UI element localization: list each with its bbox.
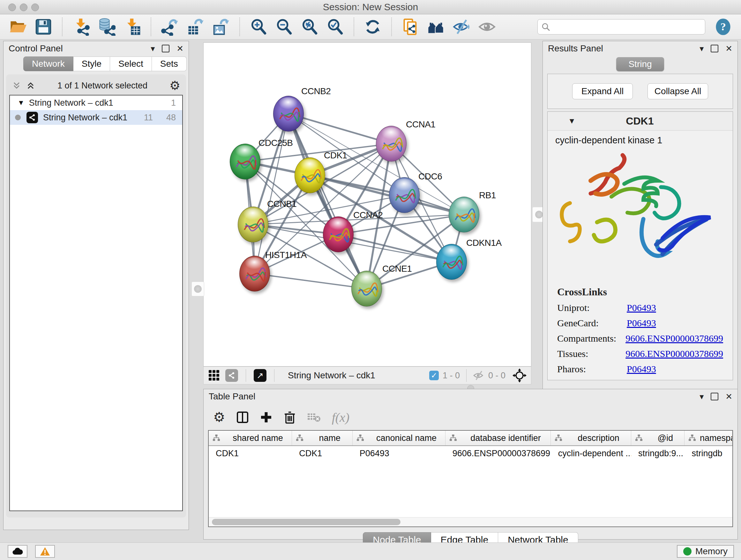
table-cell[interactable]: stringdb:9... xyxy=(631,449,685,458)
open-session-icon[interactable] xyxy=(9,18,27,36)
left-splitter-handle[interactable] xyxy=(192,282,204,296)
network-canvas[interactable]: CCNB2CCNA1CDC25BCDK1CDC6RB1CCNB1CCNA2HIS… xyxy=(203,43,531,367)
zoom-fit-icon[interactable] xyxy=(300,18,319,36)
save-session-icon[interactable] xyxy=(35,18,52,36)
hidden-eye-icon[interactable] xyxy=(473,371,484,380)
network-node-CCNA2[interactable] xyxy=(323,216,354,252)
control-panel-close-icon[interactable]: ✕ xyxy=(177,44,184,54)
protein-thumbnail xyxy=(323,217,354,252)
tab-string[interactable]: String xyxy=(616,57,664,71)
uniprot-link[interactable]: P06493 xyxy=(627,302,656,313)
cloud-status-button[interactable] xyxy=(8,545,27,558)
column-header-namespace[interactable]: namespace xyxy=(684,431,732,445)
birdseye-grid-icon[interactable] xyxy=(208,369,220,381)
memory-button[interactable]: Memory xyxy=(677,545,734,558)
memory-label: Memory xyxy=(695,546,728,557)
network-node-CCNA1[interactable] xyxy=(376,126,407,162)
zoom-selected-icon[interactable] xyxy=(326,18,344,36)
import-table-icon[interactable] xyxy=(123,18,141,36)
collection-name: String Network – cdk1 xyxy=(29,98,113,108)
column-header-description[interactable]: description xyxy=(551,431,631,445)
import-network-icon[interactable] xyxy=(72,18,90,36)
tab-select[interactable]: Select xyxy=(110,57,152,71)
tissues-link[interactable]: 9606.ENSP00000378699 xyxy=(625,348,723,359)
tab-sets[interactable]: Sets xyxy=(152,57,187,71)
results-panel-close-icon[interactable]: ✕ xyxy=(725,44,732,54)
network-options-gear-icon[interactable]: ⚙ xyxy=(170,79,180,91)
export-network-icon[interactable] xyxy=(161,18,179,36)
table-options-gear-icon[interactable]: ⚙ xyxy=(213,411,225,424)
help-button[interactable]: ? xyxy=(714,18,732,36)
column-header-canonical-name[interactable]: canonical name xyxy=(353,431,446,445)
import-database-icon[interactable] xyxy=(98,18,116,36)
tab-network[interactable]: Network xyxy=(23,57,73,71)
expand-all-button[interactable]: Expand All xyxy=(572,83,633,99)
export-image-icon[interactable] xyxy=(212,18,230,36)
expand-all-icon[interactable] xyxy=(26,81,36,90)
collection-expand-icon[interactable]: ▼ xyxy=(17,99,24,107)
compartments-link[interactable]: 9606.ENSP00000378699 xyxy=(625,333,723,344)
show-columns-icon[interactable] xyxy=(236,411,249,424)
network-node-HIST1H1A[interactable] xyxy=(239,256,270,292)
home-icon[interactable] xyxy=(427,18,445,36)
protein-section-header[interactable]: ▼ CDK1 xyxy=(548,112,733,131)
table-cell[interactable]: cyclin-dependent ... xyxy=(551,449,631,458)
scrollbar-thumb[interactable] xyxy=(212,519,401,525)
network-node-CDKN1A[interactable] xyxy=(436,244,467,280)
control-panel-menu-icon[interactable]: ▾ xyxy=(151,44,155,54)
clone-network-icon[interactable] xyxy=(401,18,419,36)
results-panel-menu-icon[interactable]: ▾ xyxy=(699,44,704,54)
protein-structure-image xyxy=(551,149,730,276)
column-header-shared-name[interactable]: shared name xyxy=(209,431,292,445)
eye-icon[interactable] xyxy=(478,18,496,36)
column-header-name[interactable]: name xyxy=(292,431,352,445)
network-node-CDK1[interactable] xyxy=(294,158,325,193)
table-cell[interactable]: P06493 xyxy=(353,449,446,458)
column-header-database-identifier[interactable]: database identifier xyxy=(446,431,551,445)
network-row[interactable]: String Network – cdk1 11 48 xyxy=(10,110,182,125)
warning-status-button[interactable] xyxy=(35,545,55,558)
open-view-icon[interactable]: ↗ xyxy=(254,369,266,382)
network-node-CDC6[interactable] xyxy=(389,177,420,213)
tab-style[interactable]: Style xyxy=(73,57,110,71)
table-panel-float-icon[interactable] xyxy=(711,393,718,400)
node-label-CDKN1A: CDKN1A xyxy=(466,238,502,248)
table-horizontal-scrollbar[interactable] xyxy=(209,517,732,526)
collapse-all-button[interactable]: Collapse All xyxy=(648,83,708,99)
add-column-icon[interactable] xyxy=(260,411,273,424)
column-header--id[interactable]: @id xyxy=(631,431,684,445)
show-hide-icon[interactable] xyxy=(453,18,470,36)
pharos-link[interactable]: P06493 xyxy=(627,364,656,374)
delete-column-icon[interactable] xyxy=(283,411,296,424)
protein-collapse-icon[interactable]: ▼ xyxy=(568,117,576,125)
network-node-CDC25B[interactable] xyxy=(230,144,260,179)
table-cell[interactable]: 9606.ENSP00000378699 xyxy=(446,449,551,458)
network-node-RB1[interactable] xyxy=(449,197,479,233)
zoom-in-icon[interactable] xyxy=(250,18,267,36)
table-panel-close-icon[interactable]: ✕ xyxy=(725,392,732,401)
hidden-counts: 0 - 0 xyxy=(488,371,506,381)
network-node-CCNB1[interactable] xyxy=(238,206,268,242)
search-bar[interactable] xyxy=(537,19,705,35)
network-collection-row[interactable]: ▼ String Network – cdk1 1 xyxy=(10,96,182,110)
export-table-icon[interactable] xyxy=(186,18,204,36)
network-share-icon[interactable] xyxy=(225,369,238,382)
table-panel-menu-icon[interactable]: ▾ xyxy=(699,392,704,401)
control-panel-float-icon[interactable] xyxy=(162,45,170,52)
selected-checkbox-icon[interactable]: ✓ xyxy=(429,371,439,380)
table-cell[interactable]: CDK1 xyxy=(209,449,292,458)
search-input[interactable] xyxy=(553,22,701,32)
move-crosshair-icon[interactable] xyxy=(513,368,527,382)
network-node-CCNE1[interactable] xyxy=(351,271,382,307)
refresh-icon[interactable] xyxy=(364,18,382,36)
table-row[interactable]: CDK1CDK1P064939606.ENSP00000378699cyclin… xyxy=(209,446,732,461)
main-toolbar: ? xyxy=(0,14,741,40)
table-cell[interactable]: stringdb xyxy=(684,449,732,458)
table-cell[interactable]: CDK1 xyxy=(292,449,352,458)
genecard-link[interactable]: P06493 xyxy=(627,318,656,328)
network-node-CCNB2[interactable] xyxy=(273,96,304,132)
control-panel-tabs: Network Style Select Sets xyxy=(23,57,189,71)
collapse-all-icon[interactable] xyxy=(12,81,21,90)
zoom-out-icon[interactable] xyxy=(275,18,293,36)
results-panel-float-icon[interactable] xyxy=(711,45,718,52)
